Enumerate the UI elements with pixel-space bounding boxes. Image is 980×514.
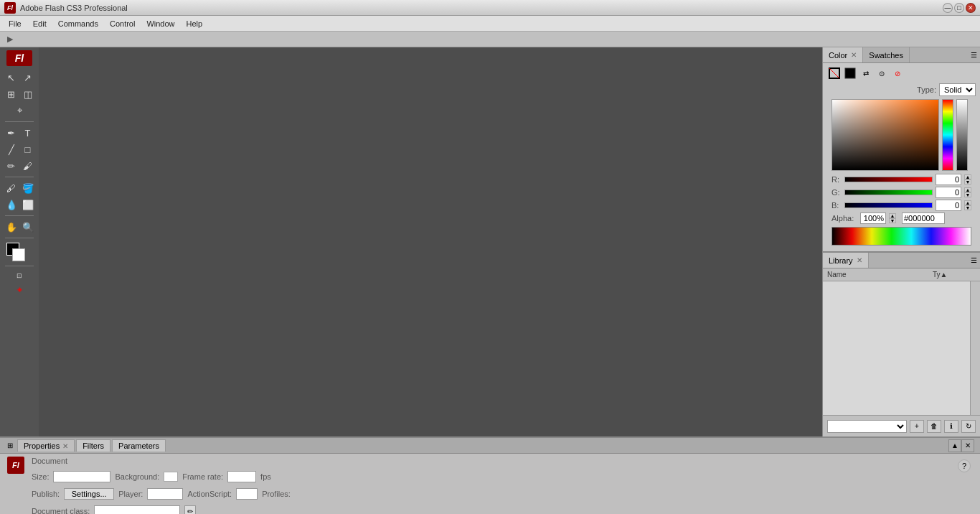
menu-control[interactable]: Control [104,18,141,29]
menu-help[interactable]: Help [181,18,209,29]
library-tabs: Library ✕ ☰ [823,253,980,268]
library-props-btn[interactable]: ℹ [944,420,958,433]
pen-tool[interactable]: ✒ [4,125,19,141]
r-slider[interactable] [844,177,933,182]
alpha-spin-up[interactable]: ▲ [889,213,896,218]
library-select[interactable] [827,420,907,433]
fps-label: fps [260,472,271,481]
rect-tool[interactable]: □ [20,141,36,157]
g-spin-up[interactable]: ▲ [964,187,971,192]
color-hue-bar[interactable] [942,99,953,171]
tab-properties[interactable]: Properties ✕ [17,439,75,452]
tab-swatches[interactable]: Swatches [863,47,910,62]
hex-input[interactable]: #000000 [902,212,945,224]
background-color-swatch[interactable] [164,472,178,482]
size-field[interactable] [53,471,110,482]
snap-tool[interactable]: ⊡ [5,269,34,282]
tab-color[interactable]: Color ✕ [823,47,863,62]
color-gradient-bar[interactable] [831,227,971,246]
close-button[interactable]: ✕ [966,3,976,13]
g-slider[interactable] [844,190,933,195]
free-transform-tool[interactable]: ⊞ [4,86,19,102]
close-btn[interactable]: ✕ [961,439,974,452]
library-delete-btn[interactable]: 🗑 [927,420,941,433]
frame-rate-field[interactable] [227,471,256,482]
color-controls: ⇄ ⊙ ⊘ Type: Solid [823,63,980,251]
eyedropper-tool[interactable]: 💧 [4,197,19,212]
tab-library[interactable]: Library ✕ [823,253,869,268]
center-right: Fl ↖ ↗ ⊞ ◫ ⌖ ✒ T ╱ □ ✏ 🖌 [0,47,980,436]
onion-skin-tool[interactable]: ◈ [5,283,34,296]
eraser-tool[interactable]: ⬜ [20,197,36,212]
g-spin-down[interactable]: ▼ [964,192,971,197]
r-input[interactable]: 0 [936,174,961,185]
alpha-spin-down[interactable]: ▼ [889,218,896,223]
alpha-input[interactable]: 100% [860,212,886,224]
selection-tool[interactable]: ↖ [4,70,19,85]
subselection-tool[interactable]: ↗ [20,70,36,85]
zoom-tool[interactable]: 🔍 [20,219,36,235]
properties-tab-close[interactable]: ✕ [62,442,68,450]
library-panel-menu-icon[interactable]: ☰ [971,256,977,264]
player-field[interactable] [147,488,183,500]
fill-color[interactable] [12,248,25,261]
reset-colors-tool[interactable]: ⊙ [875,66,889,80]
bottom-panel: ⊞ Properties ✕ Filters Parameters ▲ ✕ Fl… [0,436,980,514]
menu-file[interactable]: File [3,18,27,29]
library-tab-close[interactable]: ✕ [857,256,862,264]
color-gradient-field[interactable] [831,99,939,171]
toolbar-separator-1 [5,121,34,122]
b-slider[interactable] [844,202,933,208]
library-refresh-btn[interactable]: ↻ [961,420,976,433]
stroke-color-tool[interactable] [827,66,842,80]
pencil-tool[interactable]: ✏ [4,158,19,174]
g-input[interactable]: 0 [936,187,961,198]
minimize-button[interactable]: — [943,3,953,13]
color-brightness-bar[interactable] [956,99,968,171]
panel-menu-icon[interactable]: ☰ [971,51,977,59]
properties-tab-label: Properties [24,441,60,450]
b-input[interactable]: 0 [936,200,961,211]
bottom-panel-tabs: ⊞ Properties ✕ Filters Parameters ▲ ✕ [0,438,980,454]
edit-class-button[interactable]: ✏ [184,505,196,514]
actionscript-field[interactable] [236,488,258,500]
fill-color-tool[interactable] [843,66,857,80]
hand-tool[interactable]: ✋ [4,219,19,235]
tab-parameters[interactable]: Parameters [112,439,166,452]
r-spin-down[interactable]: ▼ [964,179,971,184]
ink-bottle-tool[interactable]: 🖋 [4,180,19,196]
line-tool[interactable]: ╱ [4,141,19,157]
gradient-tool[interactable]: ◫ [20,86,36,102]
settings-button[interactable]: Settings... [64,488,114,500]
type-select[interactable]: Solid [939,83,976,96]
tab-color-label: Color [829,51,847,60]
lasso-tool[interactable]: ⌖ [11,103,27,118]
library-new-btn[interactable]: + [910,420,924,433]
maximize-button[interactable]: □ [954,3,964,13]
bottom-tabs-controls: ▲ ✕ [948,439,977,452]
swap-colors-tool[interactable]: ⇄ [859,66,873,80]
color-tab-close[interactable]: ✕ [851,51,857,59]
bottom-panel-icon[interactable]: ⊞ [3,439,17,453]
paint-bucket-tool[interactable]: 🪣 [20,180,36,196]
tab-filters[interactable]: Filters [76,439,110,452]
b-spin-down[interactable]: ▼ [964,205,971,210]
doc-class-field[interactable] [94,505,180,514]
alpha-spinner: ▲ ▼ [889,213,896,223]
menu-edit[interactable]: Edit [27,18,52,29]
app-icon: Fl [4,2,16,14]
text-tool[interactable]: T [20,125,36,141]
brush-tool[interactable]: 🖌 [20,158,36,174]
r-spin-up[interactable]: ▲ [964,174,971,179]
collapse-btn[interactable]: ▲ [948,439,961,452]
library-scrollbar[interactable] [970,281,980,415]
b-spin-up[interactable]: ▲ [964,200,971,205]
menu-commands[interactable]: Commands [52,18,104,29]
library-header: Name Ty▲ [823,268,980,281]
actionscript-label: ActionScript: [187,490,232,498]
menubar: File Edit Commands Control Window Help [0,16,980,32]
menu-window[interactable]: Window [141,18,180,29]
help-button[interactable]: ? [958,459,971,472]
no-color-tool[interactable]: ⊘ [890,66,905,80]
fl-logo-button[interactable]: Fl [6,50,32,66]
